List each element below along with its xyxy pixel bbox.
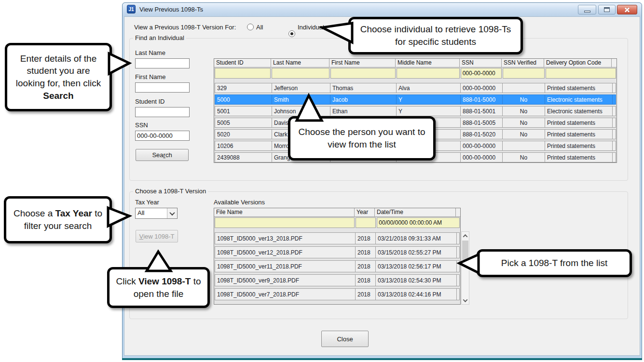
scroll-down-button[interactable]	[462, 296, 469, 304]
cell: 000-00-0000	[461, 153, 503, 162]
cell: 329	[215, 83, 272, 93]
cell: 000-00-0000	[461, 141, 503, 150]
cell: 2018	[356, 289, 376, 300]
versions-grid-filter-row: 00/00/0000 00:00:00 AM	[214, 217, 460, 228]
view-button-label: V	[139, 233, 144, 240]
combo-arrow-button[interactable]	[167, 208, 177, 218]
cell: No	[503, 95, 545, 104]
callout-text: Click View 1098-T to open the file	[115, 275, 202, 300]
radio-all-label[interactable]: All	[256, 24, 263, 31]
cell: Printed statements	[545, 130, 613, 139]
callout-text: Choose a Tax Year to filter your search	[12, 207, 104, 232]
callout-tax-year: Choose a Tax Year to filter your search	[4, 196, 112, 243]
cell	[457, 275, 459, 286]
cell: 5020	[215, 130, 272, 139]
cell	[457, 233, 459, 244]
filter-student-id[interactable]	[215, 68, 271, 79]
cell: 1098T_ID5000_ver12_2018.PDF	[215, 247, 356, 258]
ssn-label: SSN	[135, 121, 148, 129]
header-delivery-option: Delivery Option Code	[544, 59, 612, 67]
window-title: View Previous 1098-Ts	[139, 6, 203, 13]
cell: Printed statements	[545, 153, 613, 162]
radio-all[interactable]	[247, 24, 254, 30]
radio-individual[interactable]	[288, 30, 295, 37]
header-first-name: First Name	[329, 59, 396, 67]
filter-date-time[interactable]: 00/00/0000 00:00:00 AM	[377, 217, 460, 228]
callout-pick-1098t: Pick a 1098-T from the list	[477, 249, 632, 277]
cell	[457, 289, 459, 300]
close-window-button[interactable]	[617, 5, 637, 14]
chevron-down-icon	[169, 210, 175, 215]
student-id-input[interactable]	[135, 107, 190, 117]
search-button[interactable]: Search	[136, 149, 189, 161]
tax-year-select[interactable]: All	[135, 208, 178, 219]
cell: 03/13/2018 02:56:17 PM	[376, 261, 457, 272]
header-middle-name: Middle Name	[396, 59, 460, 67]
cell	[613, 95, 616, 104]
cell: 5001	[215, 107, 272, 116]
chevron-up-icon	[463, 234, 468, 239]
cell: 2018	[356, 247, 376, 258]
maximize-button[interactable]	[598, 5, 616, 14]
header-date-time: Date/Time	[375, 208, 456, 217]
minimize-button[interactable]	[578, 5, 596, 14]
cell: 888-01-5001	[461, 107, 503, 116]
first-name-input[interactable]	[135, 82, 190, 93]
cell: Ethan	[330, 107, 397, 116]
filter-ssn-verified[interactable]	[503, 68, 545, 79]
cell: 1098T_ID5000_ver13_2018.PDF	[215, 233, 356, 244]
cell: 03/15/2018 02:55:27 PM	[376, 247, 457, 258]
cell: 1098T_ID5000_ver11_2018.PDF	[215, 261, 356, 272]
cell: 5000	[215, 95, 272, 104]
ssn-input[interactable]	[135, 131, 190, 141]
student-row[interactable]: 329 Jefferson Thomas Alva 000-00-0000 Pr…	[215, 83, 616, 93]
cell: 03/13/2018 02:54:30 PM	[376, 275, 457, 286]
last-name-input[interactable]	[135, 58, 190, 68]
cell	[613, 83, 616, 93]
cell: Printed statements	[545, 141, 613, 150]
version-row[interactable]: 1098T_ID5000_ver9_2018.PDF 2018 03/13/20…	[215, 274, 460, 286]
cell: 1098T_ID5000_ver7_2018.PDF	[215, 289, 356, 300]
cell: No	[503, 130, 545, 139]
student-grid-header: Student ID Last Name First Name Middle N…	[214, 59, 617, 67]
filter-middle-name[interactable]	[397, 68, 460, 79]
filter-last-name[interactable]	[272, 68, 329, 79]
view-1098t-button[interactable]: View 1098-T	[136, 230, 178, 242]
version-row[interactable]: 1098T_ID5000_ver13_2018.PDF 2018 03/21/2…	[215, 232, 460, 244]
cell: 1098T_ID5000_ver9_2018.PDF	[215, 275, 356, 286]
student-row[interactable]: 5001 Johnson Ethan Y 888-01-5001 No Elec…	[215, 106, 616, 116]
cell: 2439088	[215, 153, 272, 162]
version-row[interactable]: 1098T_ID5000_ver11_2018.PDF 2018 03/13/2…	[215, 260, 460, 272]
cell	[503, 141, 545, 150]
page: J1 View Previous 1098-Ts View a Previous…	[0, 0, 644, 362]
student-row-selected[interactable]: 5000 Smith Jacob Y 888-01-5000 No Electr…	[215, 94, 616, 105]
filter-ssn[interactable]: 000-00-0000	[461, 68, 502, 79]
cell: 5005	[215, 118, 272, 127]
filter-first-name[interactable]	[330, 68, 396, 79]
callout-enter-details: Enter details of the student you are loo…	[5, 43, 112, 111]
version-row[interactable]: 1098T_ID5000_ver12_2018.PDF 2018 03/15/2…	[215, 246, 460, 258]
bottom-border-line	[122, 358, 642, 360]
cell	[613, 118, 616, 127]
cell: No	[503, 118, 545, 127]
close-button-label: Close	[337, 335, 353, 343]
cell: Thomas	[330, 83, 397, 93]
cell: 03/21/2018 09:31:33 AM	[376, 233, 457, 244]
cell: Printed statements	[545, 83, 613, 93]
cell: Jacob	[330, 95, 397, 104]
header-stub	[612, 59, 617, 67]
find-individual-group-title: Find an Individual	[133, 34, 186, 41]
filter-delivery-option[interactable]	[546, 68, 616, 79]
cell: Y	[397, 95, 461, 104]
cell: 2018	[356, 261, 376, 272]
available-versions-label: Available Versions	[214, 199, 265, 206]
filter-file-name[interactable]	[215, 217, 355, 228]
scroll-up-button[interactable]	[462, 232, 469, 240]
close-button[interactable]: Close	[321, 331, 369, 347]
cell: 000-00-0000	[461, 83, 503, 93]
version-row[interactable]: 1098T_ID5000_ver7_2018.PDF 2018 03/13/20…	[215, 288, 460, 300]
callout-pointer-right	[106, 205, 132, 229]
header-ssn-verified: SSN Verified	[502, 59, 544, 67]
cell: Electronic statements	[545, 95, 613, 104]
filter-year[interactable]	[356, 217, 376, 228]
